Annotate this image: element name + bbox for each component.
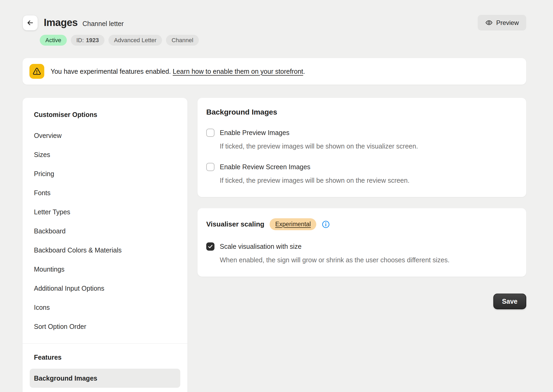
category-badge: Channel: [166, 35, 199, 46]
sidebar-heading-features: Features: [30, 350, 180, 365]
background-images-card-title: Background Images: [206, 108, 516, 116]
banner-link[interactable]: Learn how to enable them on your storefr…: [173, 68, 303, 75]
enable-review-screen-images-label[interactable]: Enable Review Screen Images: [220, 162, 410, 172]
content: Customiser Options Overview Sizes Pricin…: [23, 98, 526, 392]
sidebar-item-sizes[interactable]: Sizes: [30, 145, 180, 164]
sidebar-item-icons[interactable]: Icons: [30, 298, 180, 317]
scale-visualisation-description: When enabled, the sign will grow or shri…: [220, 256, 450, 264]
sidebar-item-sort-option-order[interactable]: Sort Option Order: [30, 317, 180, 336]
option-texts: Enable Review Screen Images If ticked, t…: [220, 162, 410, 185]
save-button[interactable]: Save: [493, 294, 526, 309]
enable-review-screen-images-description: If ticked, the preview images will be sh…: [220, 176, 410, 185]
visualiser-scaling-card: Visualiser scaling Experimental: [198, 208, 526, 277]
preview-button-label: Preview: [496, 19, 519, 27]
sidebar-item-letter-types[interactable]: Letter Types: [30, 202, 180, 221]
page-title: Images: [44, 17, 78, 28]
sidebar-item-background-images[interactable]: Background Images: [30, 369, 180, 388]
id-badge-prefix: ID:: [76, 37, 84, 44]
banner-suffix: .: [303, 68, 305, 75]
experimental-warning-banner: You have experimental features enabled. …: [23, 58, 526, 85]
scale-visualisation-label[interactable]: Scale visualisation with size: [220, 242, 450, 251]
enable-preview-images-checkbox[interactable]: [206, 129, 214, 137]
option-texts: Enable Preview Images If ticked, the pre…: [220, 128, 418, 151]
sidebar-item-backboard-colors-materials[interactable]: Backboard Colors & Materials: [30, 241, 180, 260]
background-images-card: Background Images Enable Preview Images …: [198, 98, 526, 197]
sidebar-heading-customiser-options: Customiser Options: [30, 107, 180, 122]
page: Images Channel letter Preview Active ID:…: [23, 15, 526, 392]
sidebar-item-backboard[interactable]: Backboard: [30, 221, 180, 241]
sidebar-item-mountings[interactable]: Mountings: [30, 260, 180, 279]
status-badge: Active: [40, 35, 67, 46]
title-group: Images Channel letter: [44, 17, 124, 28]
scale-visualisation-checkbox[interactable]: [206, 242, 214, 251]
eye-icon: [485, 19, 493, 27]
preview-button[interactable]: Preview: [478, 15, 526, 31]
experimental-badge[interactable]: Experimental: [270, 218, 316, 230]
enable-preview-images-description: If ticked, the preview images will be sh…: [220, 142, 418, 151]
sidebar-item-fonts[interactable]: Fonts: [30, 183, 180, 202]
option-scale-visualisation: Scale visualisation with size When enabl…: [206, 242, 516, 264]
sidebar: Customiser Options Overview Sizes Pricin…: [23, 98, 187, 392]
id-badge-value: 1923: [86, 37, 99, 44]
save-row: Save: [198, 294, 526, 309]
enable-review-screen-images-checkbox[interactable]: [206, 163, 214, 171]
checkmark-icon: [208, 244, 213, 249]
main-panel: Background Images Enable Preview Images …: [198, 98, 526, 309]
id-badge: ID: 1923: [71, 35, 104, 46]
sidebar-item-overview[interactable]: Overview: [30, 126, 180, 145]
sidebar-item-additional-input-options[interactable]: Additional Input Options: [30, 279, 180, 298]
info-icon[interactable]: [322, 220, 330, 229]
arrow-left-icon: [26, 19, 34, 27]
header: Images Channel letter Preview: [23, 15, 526, 31]
badges-row: Active ID: 1923 Advanced Letter Channel: [40, 35, 526, 46]
header-left: Images Channel letter: [23, 15, 124, 31]
type-badge: Advanced Letter: [108, 35, 162, 46]
visualiser-scaling-title: Visualiser scaling: [206, 220, 264, 228]
sidebar-item-review-screen[interactable]: Review Screen: [30, 388, 180, 392]
banner-text-main: You have experimental features enabled.: [51, 68, 171, 75]
visualiser-scaling-title-row: Visualiser scaling Experimental: [206, 218, 516, 230]
option-texts: Scale visualisation with size When enabl…: [220, 242, 450, 264]
page-subtitle: Channel letter: [82, 20, 124, 28]
warning-icon: [29, 64, 44, 79]
back-button[interactable]: [23, 15, 38, 31]
sidebar-item-pricing[interactable]: Pricing: [30, 164, 180, 183]
enable-preview-images-label[interactable]: Enable Preview Images: [220, 128, 418, 137]
banner-text: You have experimental features enabled. …: [51, 68, 305, 75]
sidebar-divider: [23, 343, 187, 344]
option-enable-review-screen-images: Enable Review Screen Images If ticked, t…: [206, 162, 516, 185]
option-enable-preview-images: Enable Preview Images If ticked, the pre…: [206, 128, 516, 151]
